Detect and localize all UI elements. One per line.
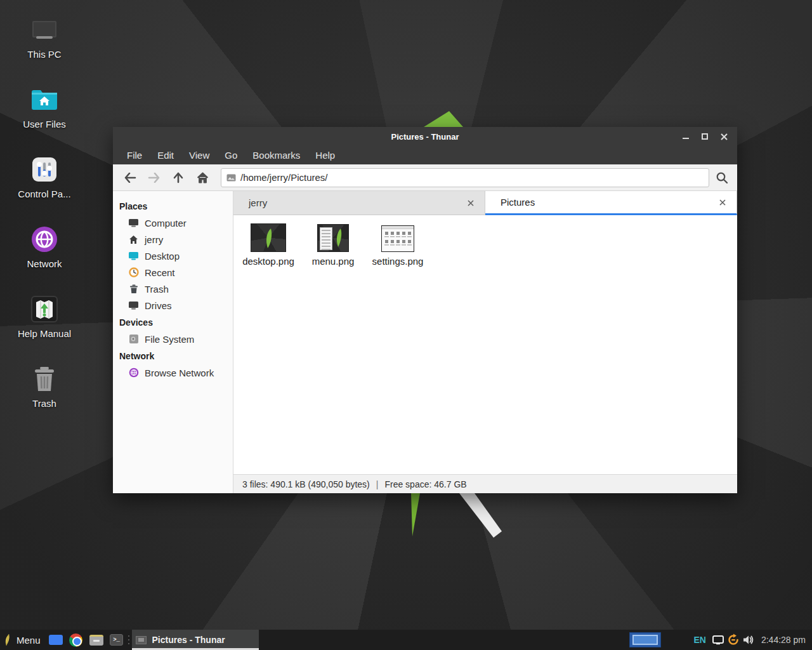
home-icon: [128, 234, 139, 245]
home-button[interactable]: [190, 168, 214, 188]
menu-bar: File Edit View Go Bookmarks Help: [113, 146, 737, 164]
menu-file[interactable]: File: [119, 146, 150, 164]
tab-pictures[interactable]: Pictures: [485, 191, 737, 215]
desktop-icon-control-panel[interactable]: Control Pa...: [0, 150, 89, 220]
file-menu-png[interactable]: menu.png: [301, 220, 365, 267]
manual-book-icon: [30, 295, 59, 324]
show-desktop-button[interactable]: [48, 630, 64, 650]
tab-close-icon[interactable]: [716, 196, 729, 209]
thunar-task-icon: [136, 636, 147, 644]
sidebar-item-label: File System: [145, 334, 194, 345]
sidebar-item-drives[interactable]: Drives: [113, 297, 233, 314]
thumbnail-settings-png: [381, 220, 414, 252]
trash-icon: [30, 364, 59, 394]
drives-icon: [128, 300, 139, 311]
desktop-monitor-icon: [128, 251, 139, 262]
chrome-icon: [69, 633, 82, 647]
menu-edit[interactable]: Edit: [150, 146, 181, 164]
network-globe-icon: [128, 368, 139, 378]
file-name: menu.png: [312, 256, 355, 267]
terminal-launcher[interactable]: >_: [108, 630, 125, 650]
sidebar-item-recent[interactable]: Recent: [113, 264, 233, 281]
menu-bookmarks[interactable]: Bookmarks: [245, 146, 308, 164]
sidebar-item-label: jerry: [145, 234, 163, 245]
search-icon: [716, 171, 728, 184]
sidebar-item-desktop[interactable]: Desktop: [113, 248, 233, 264]
sidebar-item-jerry[interactable]: jerry: [113, 231, 233, 248]
menu-go[interactable]: Go: [217, 146, 245, 164]
tasklist-grip[interactable]: [128, 630, 129, 650]
thunar-window: Pictures - Thunar File Edit View Go Book…: [113, 127, 737, 493]
desktop-icon-column: This PC User Files: [0, 10, 89, 429]
sidebar-item-label: Recent: [145, 267, 175, 278]
workspace-pager[interactable]: [629, 632, 661, 647]
file-manager-icon: [89, 635, 103, 646]
tab-label: jerry: [249, 197, 267, 208]
clock[interactable]: 2:44:28 pm: [761, 635, 806, 645]
sidebar-header-places: Places: [113, 197, 233, 215]
tab-close-icon[interactable]: [464, 197, 477, 209]
window-titlebar[interactable]: Pictures - Thunar: [113, 127, 737, 146]
feather-logo-icon: [4, 633, 12, 646]
desktop-icon-user-files[interactable]: User Files: [0, 80, 89, 150]
tab-jerry[interactable]: jerry: [233, 191, 485, 215]
sidebar-item-computer[interactable]: Computer: [113, 215, 233, 231]
display-icon: [712, 635, 724, 645]
file-settings-png[interactable]: settings.png: [365, 220, 430, 267]
minimize-button[interactable]: [676, 127, 695, 146]
sidebar-header-devices: Devices: [113, 314, 233, 331]
menu-help[interactable]: Help: [308, 146, 343, 164]
globe-icon: [30, 225, 59, 254]
sidebar-item-label: Trash: [145, 284, 169, 295]
status-files-text: 3 files: 490.1 kB (490,050 bytes): [242, 479, 370, 489]
task-button-thunar[interactable]: Pictures - Thunar: [132, 630, 259, 650]
menu-view[interactable]: View: [181, 146, 217, 164]
desktop-icon-label: Help Manual: [18, 328, 71, 339]
sidebar-item-label: Desktop: [145, 251, 180, 262]
sidebar-header-network: Network: [113, 347, 233, 364]
tab-bar: jerry Pictures: [233, 191, 737, 215]
forward-button[interactable]: [142, 168, 166, 188]
logo-green-triangle: [424, 111, 463, 127]
desktop-icon-this-pc[interactable]: This PC: [0, 10, 89, 80]
path-bar[interactable]: /home/jerry/Pictures/: [221, 168, 709, 187]
keyboard-layout-indicator[interactable]: EN: [693, 635, 705, 645]
image-file-icon: [226, 174, 236, 182]
volume-tray[interactable]: [741, 630, 756, 650]
close-button[interactable]: [714, 127, 733, 146]
sliders-icon: [30, 155, 59, 184]
tab-label: Pictures: [501, 197, 535, 208]
update-manager-tray[interactable]: [726, 630, 741, 650]
thumbnail-menu-png: [317, 220, 349, 252]
file-desktop-png[interactable]: desktop.png: [236, 220, 301, 267]
sidebar-item-browse-network[interactable]: Browse Network: [113, 364, 233, 381]
up-button[interactable]: [166, 168, 190, 188]
window-controls: [676, 127, 733, 146]
desktop-icon-label: This PC: [27, 49, 61, 60]
trash-small-icon: [128, 284, 139, 295]
desktop-icon-trash[interactable]: Trash: [0, 359, 89, 429]
status-bar: 3 files: 490.1 kB (490,050 bytes) | Free…: [233, 474, 737, 493]
status-separator: |: [376, 479, 379, 489]
sidebar-item-trash[interactable]: Trash: [113, 281, 233, 297]
back-button[interactable]: [118, 168, 142, 188]
chrome-launcher[interactable]: [68, 630, 84, 650]
recent-clock-icon: [128, 267, 139, 278]
search-button[interactable]: [709, 168, 735, 188]
desktop-icon-help-manual[interactable]: Help Manual: [0, 289, 89, 359]
window-title: Pictures - Thunar: [391, 132, 459, 142]
file-manager-launcher[interactable]: [88, 630, 105, 650]
main-pane: jerry Pictures: [233, 191, 737, 493]
sidebar-item-file-system[interactable]: File System: [113, 331, 233, 347]
window-content: Places Computer jerry: [113, 191, 737, 493]
system-tray: EN 2:44:28 pm: [689, 630, 812, 650]
maximize-button[interactable]: [695, 127, 714, 146]
menu-button-label: Menu: [16, 635, 41, 646]
file-view[interactable]: desktop.png menu.png: [233, 215, 737, 474]
sidebar-item-label: Browse Network: [145, 368, 214, 378]
menu-button[interactable]: Menu: [0, 630, 46, 650]
desktop-icon-network[interactable]: Network: [0, 220, 89, 289]
logo-green-sliver: [411, 493, 420, 536]
display-settings-tray[interactable]: [710, 630, 726, 650]
task-button-label: Pictures - Thunar: [152, 635, 225, 645]
